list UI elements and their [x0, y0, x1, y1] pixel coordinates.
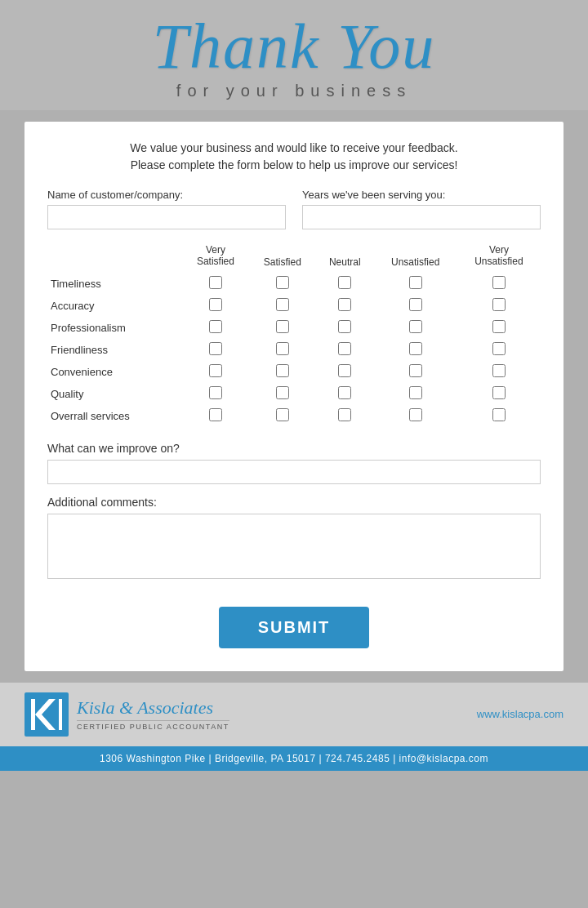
customer-input[interactable] [47, 205, 286, 229]
header-section: Thank You for your business [0, 0, 588, 110]
table-row: Quality [47, 383, 541, 405]
rating-table: VerySatisfied Satisfied Neutral Unsatisf… [47, 244, 541, 427]
checkbox-cell [249, 339, 316, 361]
row-label: Friendliness [47, 339, 182, 361]
improve-label: What can we improve on? [47, 442, 541, 455]
footer-logo-bar: Kisla & Associates CERTIFIED PUBLIC ACCO… [0, 683, 588, 746]
checkbox-row1-col3[interactable] [409, 298, 422, 311]
checkbox-cell [457, 295, 541, 317]
checkbox-row5-col0[interactable] [209, 386, 222, 399]
col-neutral: Neutral [316, 244, 374, 273]
comments-label: Additional comments: [47, 496, 541, 509]
checkbox-row5-col1[interactable] [276, 386, 289, 399]
col-unsatisfied: Unsatisfied [374, 244, 457, 273]
checkbox-row5-col3[interactable] [409, 386, 422, 399]
col-header-empty [47, 244, 182, 273]
table-row: Overrall services [47, 405, 541, 427]
improve-section: What can we improve on? [47, 442, 541, 484]
row-label: Overrall services [47, 405, 182, 427]
logo-name: Kisla & Associates [77, 697, 229, 719]
thank-you-heading: Thank You [16, 15, 572, 78]
checkbox-row0-col3[interactable] [409, 276, 422, 289]
svg-rect-1 [31, 699, 35, 730]
checkbox-row2-col2[interactable] [338, 320, 351, 333]
checkbox-cell [457, 273, 541, 295]
checkbox-row4-col4[interactable] [492, 364, 506, 377]
comments-textarea[interactable] [47, 514, 541, 579]
checkbox-row3-col1[interactable] [276, 342, 289, 355]
checkbox-cell [182, 361, 249, 383]
checkbox-row6-col4[interactable] [492, 408, 506, 421]
checkbox-cell [374, 405, 457, 427]
checkbox-row0-col2[interactable] [338, 276, 351, 289]
checkbox-cell [374, 295, 457, 317]
checkbox-row0-col1[interactable] [276, 276, 289, 289]
checkbox-cell [316, 339, 374, 361]
checkbox-row2-col3[interactable] [409, 320, 422, 333]
checkbox-cell [316, 273, 374, 295]
checkbox-cell [249, 317, 316, 339]
checkbox-cell [457, 361, 541, 383]
checkbox-row1-col2[interactable] [338, 298, 351, 311]
checkbox-cell [182, 273, 249, 295]
checkbox-row2-col0[interactable] [209, 320, 222, 333]
checkbox-cell [316, 361, 374, 383]
checkbox-cell [374, 383, 457, 405]
row-label: Professionalism [47, 317, 182, 339]
subtitle-heading: for your business [16, 82, 572, 100]
row-label: Timeliness [47, 273, 182, 295]
checkbox-row2-col4[interactable] [492, 320, 506, 333]
checkbox-row3-col0[interactable] [209, 342, 222, 355]
intro-text: We value your business and would like to… [47, 140, 541, 174]
years-label: Years we've been serving you: [302, 189, 541, 201]
checkbox-row6-col1[interactable] [276, 408, 289, 421]
checkbox-cell [457, 383, 541, 405]
row-label: Quality [47, 383, 182, 405]
website-text: www.kislacpa.com [477, 708, 564, 720]
years-field-group: Years we've been serving you: [302, 189, 541, 229]
table-row: Accuracy [47, 295, 541, 317]
checkbox-cell [182, 317, 249, 339]
checkbox-row6-col2[interactable] [338, 408, 351, 421]
checkbox-row6-col0[interactable] [209, 408, 222, 421]
checkbox-row3-col2[interactable] [338, 342, 351, 355]
checkbox-row5-col4[interactable] [492, 386, 506, 399]
checkbox-row4-col0[interactable] [209, 364, 222, 377]
improve-input[interactable] [47, 460, 541, 484]
checkbox-row4-col1[interactable] [276, 364, 289, 377]
customer-field-group: Name of customer/company: [47, 189, 286, 229]
checkbox-row5-col2[interactable] [338, 386, 351, 399]
checkbox-cell [182, 405, 249, 427]
checkbox-row3-col4[interactable] [492, 342, 506, 355]
checkbox-cell [249, 361, 316, 383]
checkbox-row1-col4[interactable] [492, 298, 506, 311]
row-label: Convenience [47, 361, 182, 383]
col-very-satisfied: VerySatisfied [182, 244, 249, 273]
checkbox-row0-col4[interactable] [492, 276, 506, 289]
submit-row: SUBMIT [47, 599, 541, 652]
checkbox-row4-col3[interactable] [409, 364, 422, 377]
checkbox-cell [249, 405, 316, 427]
kisla-logo-icon [24, 692, 69, 737]
checkbox-row0-col0[interactable] [209, 276, 222, 289]
col-very-unsatisfied: VeryUnsatisfied [457, 244, 541, 273]
checkbox-cell [316, 405, 374, 427]
checkbox-cell [249, 383, 316, 405]
checkbox-row1-col0[interactable] [209, 298, 222, 311]
svg-rect-3 [59, 699, 62, 730]
checkbox-row3-col3[interactable] [409, 342, 422, 355]
checkbox-row1-col1[interactable] [276, 298, 289, 311]
checkbox-cell [316, 383, 374, 405]
checkbox-row4-col2[interactable] [338, 364, 351, 377]
checkbox-row6-col3[interactable] [409, 408, 422, 421]
submit-button[interactable]: SUBMIT [219, 607, 370, 648]
checkbox-cell [457, 339, 541, 361]
checkbox-cell [316, 317, 374, 339]
form-card: We value your business and would like to… [24, 122, 564, 671]
col-satisfied: Satisfied [249, 244, 316, 273]
years-input[interactable] [302, 205, 541, 229]
checkbox-cell [374, 273, 457, 295]
checkbox-row2-col1[interactable] [276, 320, 289, 333]
row-label: Accuracy [47, 295, 182, 317]
customer-label: Name of customer/company: [47, 189, 286, 201]
